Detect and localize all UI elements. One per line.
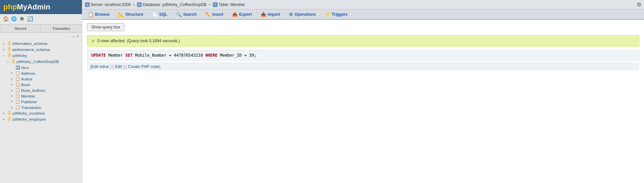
expander-icon: +: [11, 88, 15, 92]
tree-label: Address: [21, 71, 35, 75]
topbar: S Server: localhost:3306 » D Database: y…: [82, 0, 644, 9]
tab-search-label: Search: [183, 12, 196, 17]
tree-label: Book_Authors: [21, 88, 45, 93]
breadcrumb-table-label: Table: Member: [219, 2, 245, 7]
success-banner: ✔ 0 rows affected. (Query took 0.1694 se…: [87, 35, 639, 47]
sql-keyword-set: SET: [125, 53, 133, 58]
sql-table-name-val: Member: [108, 53, 123, 58]
main-panel: S Server: localhost:3306 » D Database: y…: [82, 0, 644, 183]
db-icon: 🗄: [7, 111, 11, 116]
tab-sql-label: SQL: [159, 12, 168, 17]
insert-icon: ✏️: [205, 12, 211, 17]
tab-operations[interactable]: ⚙ Operations: [284, 9, 320, 19]
globe-icon[interactable]: 🌐: [11, 16, 17, 22]
tab-import[interactable]: 📥 Import: [256, 9, 284, 19]
server-icon: S: [85, 2, 90, 7]
expander-icon: +: [11, 77, 15, 81]
table-icon: 📋: [15, 105, 20, 110]
table-icon: 📋: [15, 82, 20, 87]
tree-label: Book: [21, 83, 30, 87]
tree-item-book-authors[interactable]: + 📋 Book_Authors: [0, 87, 82, 93]
table-icon: 📋: [15, 77, 20, 81]
tree-label: performance_schema: [12, 48, 50, 52]
home-icon[interactable]: 🏠: [3, 16, 9, 22]
sidebar: phpMyAdmin 🏠 🌐 ⚙ 🔄 Recent Favourites — ↗…: [0, 0, 82, 183]
operations-icon: ⚙: [289, 12, 293, 17]
tab-insert[interactable]: ✏️ Insert: [201, 9, 228, 19]
database-tree: + 🗄 information_schema + 🗄 performance_s…: [0, 40, 82, 183]
expander-icon: +: [3, 48, 7, 52]
tab-export-label: Export: [239, 12, 252, 17]
tree-item-book[interactable]: + 📋 Book: [0, 82, 82, 87]
expander-icon: +: [11, 100, 15, 104]
structure-icon: 📐: [118, 12, 124, 17]
browse-icon: 📋: [88, 12, 94, 17]
tab-triggers[interactable]: ⚡ Triggers: [320, 9, 352, 19]
table-icon: 📋: [15, 71, 20, 75]
breadcrumb-database: D Database: yd94ohy_CoffeeShopDB: [137, 2, 206, 7]
sidebar-logo: phpMyAdmin: [0, 0, 82, 14]
tree-item-new[interactable]: 🆕 New: [0, 65, 82, 70]
tab-import-label: Import: [268, 12, 280, 17]
tree-item-address[interactable]: + 📋 Address: [0, 70, 82, 76]
tree-item-yd94ohy-employee[interactable]: + 🗄 yd94ohy_employee: [0, 116, 82, 122]
tab-structure[interactable]: 📐 Structure: [114, 9, 147, 19]
sql-keyword-update: UPDATE: [91, 53, 106, 58]
tree-item-member[interactable]: + 📋 Member: [0, 93, 82, 99]
sql-icon: 📄: [152, 12, 158, 17]
tab-sql[interactable]: 📄 SQL: [148, 9, 172, 19]
expander-icon: +: [11, 106, 15, 109]
tab-browse[interactable]: 📋 Browse: [84, 9, 114, 19]
edit-inline-link[interactable]: Edit inline: [91, 64, 109, 69]
breadcrumb-db-label: Database: yd94ohy_CoffeeShopDB: [143, 2, 206, 7]
tree-item-performance-schema[interactable]: + 🗄 performance_schema: [0, 47, 82, 53]
collapse-sidebar-btn[interactable]: — ↗: [70, 34, 80, 39]
sql-keyword-where: WHERE: [205, 53, 218, 58]
tab-bar: 📋 Browse 📐 Structure 📄 SQL 🔍 Search ✏️ I…: [82, 9, 644, 20]
breadcrumb-sep2: »: [209, 2, 211, 7]
expander-icon: +: [3, 118, 7, 121]
tree-item-information-schema[interactable]: + 🗄 information_schema: [0, 41, 82, 47]
tree-item-coffeeshopdb[interactable]: − 🗄 yd94ohy_CoffeeShopDB: [0, 59, 82, 65]
tree-label: Transaction: [21, 106, 41, 110]
edit-links-bracket-close: ]: [159, 64, 160, 69]
table-icon: 📋: [15, 88, 20, 93]
refresh-icon[interactable]: 🔄: [27, 16, 33, 22]
success-icon: ✔: [91, 38, 95, 44]
expander-icon: [11, 66, 15, 69]
sidebar-collapse-row: — ↗: [0, 33, 82, 40]
tab-insert-label: Insert: [212, 12, 223, 17]
gear-button[interactable]: ⚙: [637, 1, 641, 8]
tab-recent[interactable]: Recent: [0, 24, 41, 33]
tree-item-yd94ohy[interactable]: − 🗄 yd94ohy: [0, 53, 82, 59]
create-php-link[interactable]: Create PHP code: [128, 64, 159, 69]
tree-label: yd94ohy_employee: [12, 117, 46, 121]
tree-item-yd94ohy-countries[interactable]: + 🗄 yd94ohy_countries: [0, 110, 82, 116]
expander-icon: +: [3, 112, 7, 115]
sql-set-val: Mobile_Number = 447876543210: [135, 53, 203, 58]
tree-label: New: [21, 66, 29, 70]
logo-php: php: [3, 3, 17, 11]
tree-item-publisher[interactable]: + 📋 Publisher: [0, 99, 82, 105]
main-content: Show query box ✔ 0 rows affected. (Query…: [82, 20, 644, 183]
edit-links-bar: [ Edit inline ] [ Edit ] [ Create PHP co…: [87, 63, 639, 70]
tree-item-author[interactable]: + 📋 Author: [0, 76, 82, 82]
sql-where-val: Member_ID = 39;: [220, 53, 256, 58]
settings-icon[interactable]: ⚙: [19, 16, 25, 22]
separator1: ] [: [110, 64, 113, 69]
tree-label: information_schema: [12, 42, 47, 46]
table-icon: T: [213, 2, 218, 7]
logo-myadmin: MyAdmin: [17, 3, 50, 11]
breadcrumb-table: T Table: Member: [213, 2, 245, 7]
tab-favourites[interactable]: Favourites: [41, 24, 82, 33]
tab-browse-label: Browse: [95, 12, 109, 17]
expander-icon: +: [11, 94, 15, 98]
tab-search[interactable]: 🔍 Search: [172, 9, 201, 19]
tree-label: Member: [21, 94, 35, 98]
edit-link[interactable]: Edit: [115, 64, 122, 69]
tree-item-transaction[interactable]: + 📋 Transaction: [0, 105, 82, 110]
tab-export[interactable]: 📤 Export: [228, 9, 256, 19]
expander-icon: +: [3, 42, 7, 46]
show-query-box-button[interactable]: Show query box: [87, 23, 125, 31]
app-logo: phpMyAdmin: [3, 3, 50, 11]
